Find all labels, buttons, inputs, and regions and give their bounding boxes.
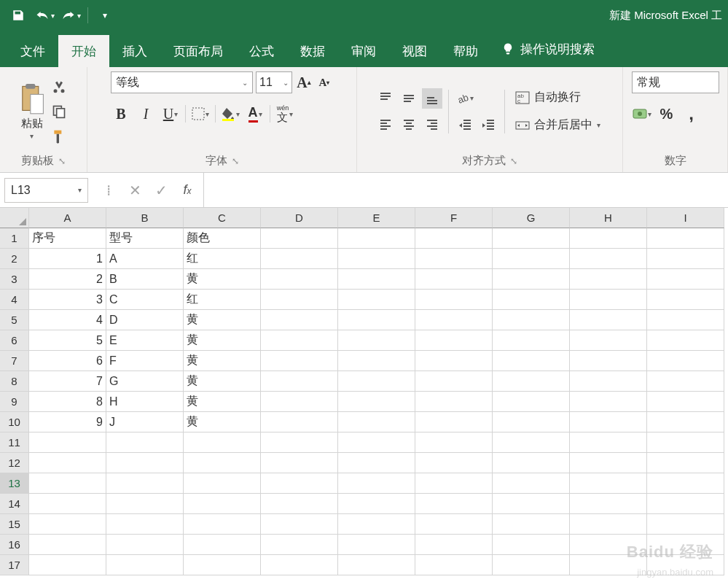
cell[interactable] xyxy=(29,494,106,514)
name-box[interactable]: L13▾ xyxy=(4,178,88,203)
cell[interactable] xyxy=(106,514,184,535)
cell[interactable]: A xyxy=(106,249,184,269)
column-header[interactable]: B xyxy=(106,208,184,228)
row-header[interactable]: 15 xyxy=(0,514,29,535)
cell[interactable] xyxy=(493,514,570,535)
cell[interactable] xyxy=(338,290,415,310)
cell[interactable] xyxy=(415,514,493,535)
cell[interactable] xyxy=(29,555,106,575)
tab-review[interactable]: 审阅 xyxy=(338,35,389,67)
cell[interactable]: E xyxy=(106,330,184,351)
cell[interactable] xyxy=(570,392,647,412)
decrease-font-button[interactable]: A▾ xyxy=(316,72,333,93)
cell[interactable] xyxy=(184,473,261,494)
cell[interactable] xyxy=(415,535,493,555)
cell[interactable] xyxy=(261,535,338,555)
cell[interactable]: 2 xyxy=(29,269,106,290)
tab-formulas[interactable]: 公式 xyxy=(236,35,287,67)
tab-view[interactable]: 视图 xyxy=(389,35,440,67)
column-header[interactable]: A xyxy=(29,208,106,228)
percent-button[interactable]: % xyxy=(657,104,677,124)
dialog-launcher-icon[interactable]: ⤡ xyxy=(510,156,517,166)
cell[interactable] xyxy=(570,412,647,432)
cell[interactable]: 红 xyxy=(184,290,261,310)
cell[interactable] xyxy=(338,371,415,392)
customize-qat-button[interactable]: ▾ xyxy=(93,4,117,26)
cell[interactable]: 黄 xyxy=(184,269,261,290)
cell[interactable]: 黄 xyxy=(184,351,261,371)
save-button[interactable] xyxy=(6,4,31,26)
cell[interactable] xyxy=(261,290,338,310)
row-header[interactable]: 4 xyxy=(0,290,29,310)
cell[interactable] xyxy=(29,473,106,494)
cell[interactable] xyxy=(570,228,647,249)
cell[interactable] xyxy=(570,290,647,310)
cell[interactable] xyxy=(184,555,261,575)
cell[interactable] xyxy=(338,412,415,432)
cell[interactable] xyxy=(106,473,184,494)
currency-button[interactable]: ▾ xyxy=(632,104,652,124)
align-right-button[interactable] xyxy=(422,115,442,135)
cell[interactable] xyxy=(415,412,493,432)
cell[interactable] xyxy=(493,432,570,453)
cell[interactable] xyxy=(647,330,724,351)
cell[interactable] xyxy=(415,555,493,575)
tab-home[interactable]: 开始 xyxy=(58,35,109,67)
row-header[interactable]: 11 xyxy=(0,432,29,453)
column-header[interactable]: C xyxy=(184,208,261,228)
row-header[interactable]: 10 xyxy=(0,412,29,432)
cell[interactable] xyxy=(29,453,106,473)
cell[interactable] xyxy=(570,473,647,494)
align-top-button[interactable] xyxy=(375,88,396,109)
cell[interactable] xyxy=(29,514,106,535)
cell[interactable] xyxy=(415,290,493,310)
cell[interactable] xyxy=(338,351,415,371)
cell[interactable] xyxy=(261,269,338,290)
paste-button[interactable]: 粘贴 ▾ xyxy=(18,83,46,140)
cell[interactable] xyxy=(415,330,493,351)
cell[interactable]: 9 xyxy=(29,412,106,432)
cell[interactable] xyxy=(338,494,415,514)
cell[interactable] xyxy=(493,330,570,351)
underline-button[interactable]: U▾ xyxy=(160,104,181,124)
cell[interactable] xyxy=(415,392,493,412)
insert-sparkline-button[interactable]: ⁞ xyxy=(97,179,120,202)
align-center-button[interactable] xyxy=(399,115,419,135)
italic-button[interactable]: I xyxy=(136,104,156,124)
cell[interactable] xyxy=(647,453,724,473)
cell[interactable] xyxy=(184,432,261,453)
cell[interactable] xyxy=(647,228,724,249)
merge-center-button[interactable]: 合并后居中▾ xyxy=(511,115,605,136)
insert-function-button[interactable]: fx xyxy=(176,179,199,202)
wrap-text-button[interactable]: abc自动换行 xyxy=(511,87,605,109)
cell[interactable] xyxy=(570,555,647,575)
cell[interactable] xyxy=(261,351,338,371)
cell[interactable] xyxy=(493,453,570,473)
cell[interactable] xyxy=(261,514,338,535)
cell[interactable] xyxy=(415,310,493,330)
cell[interactable]: 3 xyxy=(29,290,106,310)
cell[interactable] xyxy=(493,371,570,392)
cell[interactable] xyxy=(184,453,261,473)
cell[interactable]: 序号 xyxy=(29,228,106,249)
redo-button[interactable]: ▾ xyxy=(58,4,83,26)
cell[interactable] xyxy=(493,310,570,330)
cell[interactable] xyxy=(493,392,570,412)
tab-insert[interactable]: 插入 xyxy=(109,35,160,67)
undo-button[interactable]: ▾ xyxy=(32,4,57,26)
cell[interactable] xyxy=(570,330,647,351)
cell[interactable] xyxy=(570,351,647,371)
align-middle-button[interactable] xyxy=(399,88,419,109)
cell[interactable] xyxy=(493,473,570,494)
cell[interactable]: 型号 xyxy=(106,228,184,249)
cell[interactable] xyxy=(647,351,724,371)
cell[interactable] xyxy=(338,310,415,330)
cell[interactable] xyxy=(261,310,338,330)
column-header[interactable]: H xyxy=(570,208,647,228)
cell[interactable] xyxy=(184,494,261,514)
cell[interactable] xyxy=(338,228,415,249)
cell[interactable]: 4 xyxy=(29,310,106,330)
cell[interactable] xyxy=(338,535,415,555)
cell[interactable] xyxy=(261,555,338,575)
cell[interactable] xyxy=(647,310,724,330)
